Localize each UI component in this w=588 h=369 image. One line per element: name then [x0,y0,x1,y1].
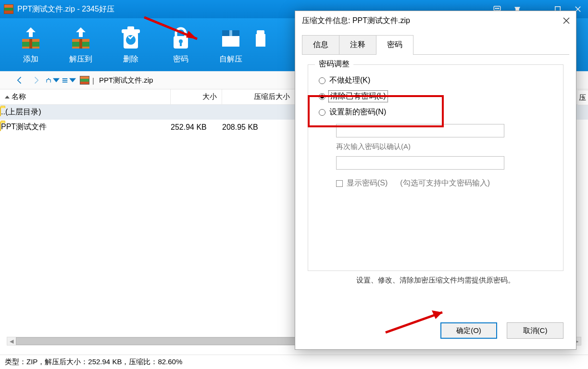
nav-forward-button[interactable] [29,74,43,87]
folder-icon [0,122,1,131]
delete-label: 删除 [123,54,138,64]
folder-icon [0,107,1,116]
svg-rect-19 [180,42,182,46]
show-password-hint: (勾选可支持中文密码输入) [400,178,490,188]
scroll-left-icon[interactable]: ◀ [7,338,16,344]
sfx-button[interactable]: 自解压 [206,18,256,71]
show-password-label: 显示密码(S) [347,178,388,188]
col-size[interactable]: 大小 [171,89,222,104]
tab-comment[interactable]: 注释 [339,35,376,54]
dialog-note: 设置、修改、清除加密压缩文件均需提供原密码。 [295,276,576,285]
dialog-tabs: 信息 注释 密码 [302,35,576,54]
status-text: 类型：ZIP，解压后大小：252.94 KB，压缩比：82.60% [5,357,182,367]
password-groupbox: 密码调整 不做处理(K) 清除已有密码(L) 设置新的密码(N) 再次输入密码以… [308,64,563,271]
reenter-label: 再次输入密码以确认(A) [336,142,554,151]
nav-up-button[interactable] [45,74,60,87]
window-title: PPT测试文件.zip - 2345好压 [17,4,114,14]
show-password-checkbox[interactable] [336,180,343,187]
svg-marker-29 [69,78,76,82]
tab-password[interactable]: 密码 [376,35,413,54]
tools-icon [256,25,265,50]
add-button[interactable]: 添加 [6,18,56,71]
svg-point-3 [498,8,499,9]
password-input[interactable] [336,124,504,137]
svg-rect-16 [127,26,134,30]
extract-icon [67,25,94,50]
archive-info-dialog: 压缩文件信息: PPT测试文件.zip 信息 注释 密码 密码调整 不做处理(K… [295,11,576,350]
svg-marker-30 [5,96,10,98]
clipped-col: 压 [577,90,588,105]
extract-button[interactable]: 解压到 [56,18,106,71]
trash-icon [117,25,144,50]
sfx-icon [217,25,244,50]
svg-rect-28 [63,82,68,83]
tools-label: 工 [256,54,265,64]
nav-back-button[interactable] [13,74,27,87]
extract-label: 解压到 [69,54,92,64]
svg-rect-22 [229,30,232,36]
nav-view-button[interactable] [62,74,76,87]
password-confirm-input[interactable] [336,156,504,170]
col-name[interactable]: 名称 [0,89,171,104]
svg-marker-25 [53,78,60,82]
tab-info[interactable]: 信息 [302,35,339,54]
svg-rect-24 [257,30,264,35]
archive-icon [80,76,89,85]
tools-button[interactable]: 工 [256,18,265,71]
radio-no-action[interactable]: 不做处理(K) [317,75,554,86]
svg-rect-26 [63,78,68,79]
col-csize[interactable]: 压缩后大小 [222,89,295,104]
delete-button[interactable]: 删除 [106,18,156,71]
svg-rect-20 [222,35,239,47]
cancel-button[interactable]: 取消(C) [507,322,563,339]
svg-point-2 [497,8,498,9]
password-button[interactable]: 密码 [156,18,206,71]
dialog-title: 压缩文件信息: PPT测试文件.zip [295,11,576,30]
radio-set-password[interactable]: 设置新的密码(N) [317,107,554,117]
add-icon [17,25,44,50]
app-icon [4,4,13,14]
add-label: 添加 [23,54,38,64]
ok-button[interactable]: 确定(O) [440,322,497,339]
svg-rect-23 [256,34,265,47]
svg-rect-13 [79,39,82,49]
password-label: 密码 [173,54,188,64]
radio-clear-password[interactable]: 清除已有密码(L) [317,91,554,101]
svg-rect-27 [63,80,68,81]
svg-rect-10 [29,39,32,49]
dialog-close-button[interactable] [561,15,572,26]
path-filename: PPT测试文件.zip [99,76,153,85]
group-legend: 密码调整 [315,59,353,69]
lock-icon [167,25,194,50]
svg-point-1 [495,8,496,9]
status-bar: 类型：ZIP，解压后大小：252.94 KB，压缩比：82.60% [0,355,588,369]
sfx-label: 自解压 [219,54,242,64]
